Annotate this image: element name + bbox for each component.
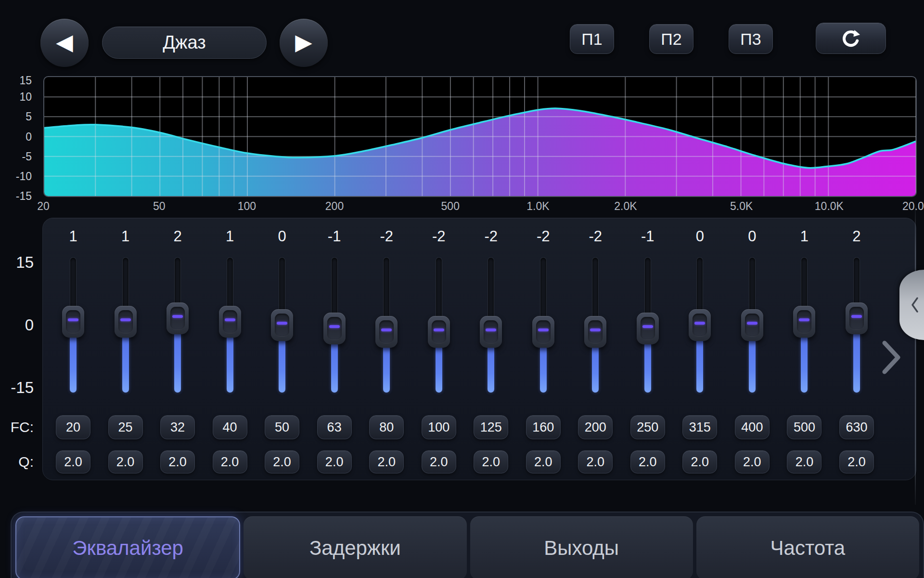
- band-slider-thumb[interactable]: [375, 316, 398, 348]
- reset-button[interactable]: [816, 23, 886, 54]
- band-q-chip[interactable]: 2.0: [839, 450, 874, 473]
- band-gain-value: 2: [152, 226, 204, 247]
- band-q-chip[interactable]: 2.0: [369, 450, 404, 473]
- eq-band-6: -1632.0: [308, 226, 360, 482]
- band-q-chip[interactable]: 2.0: [474, 450, 508, 473]
- band-slider-thumb[interactable]: [115, 306, 137, 338]
- band-q-chip[interactable]: 2.0: [578, 450, 613, 473]
- preset-memory-button-1[interactable]: П1: [570, 24, 614, 54]
- band-slider-fill: [540, 345, 547, 393]
- tab-frequency[interactable]: Частота: [696, 516, 919, 578]
- band-slider-fill: [436, 345, 442, 393]
- freq-tick-label: 20.0K: [890, 200, 924, 212]
- bottom-tab-bar: ЭквалайзерЗадержкиВыходыЧастота: [11, 512, 924, 578]
- eq-band-8: -21002.0: [413, 226, 465, 482]
- band-fc-chip[interactable]: 20: [56, 415, 90, 439]
- band-slider-thumb[interactable]: [532, 316, 554, 348]
- freq-tick-label: 100: [220, 200, 273, 212]
- band-q-chip[interactable]: 2.0: [160, 450, 195, 473]
- thumb-inset: [66, 310, 80, 333]
- band-q-chip[interactable]: 2.0: [682, 450, 717, 473]
- band-q-chip[interactable]: 2.0: [108, 450, 143, 473]
- band-q-chip[interactable]: 2.0: [630, 450, 665, 473]
- band-slider-thumb[interactable]: [689, 309, 711, 341]
- preset-name-display[interactable]: Джаз: [102, 26, 267, 59]
- eq-band-11: -22002.0: [569, 226, 621, 482]
- q-row-label: Q:: [0, 453, 34, 471]
- band-fc-chip[interactable]: 25: [108, 415, 143, 439]
- freq-tick-label: 5.0K: [715, 200, 768, 212]
- thumb-inset: [275, 314, 289, 337]
- thumb-dash-icon: [225, 318, 235, 321]
- tab-delays[interactable]: Задержки: [244, 516, 466, 578]
- band-q-chip[interactable]: 2.0: [526, 450, 561, 473]
- band-slider-fill: [70, 335, 77, 393]
- thumb-inset: [745, 314, 759, 337]
- band-fc-chip[interactable]: 200: [578, 415, 613, 439]
- band-fc-chip[interactable]: 32: [160, 415, 195, 439]
- thumb-dash-icon: [642, 325, 653, 328]
- eq-band-1: 1202.0: [47, 226, 99, 482]
- thumb-dash-icon: [486, 328, 496, 331]
- preset-name-label: Джаз: [163, 32, 205, 53]
- band-slider-thumb[interactable]: [167, 302, 189, 334]
- tab-equalizer[interactable]: Эквалайзер: [15, 516, 240, 578]
- tab-outputs[interactable]: Выходы: [470, 516, 693, 578]
- band-slider-fill: [279, 338, 285, 393]
- refresh-icon: [841, 28, 861, 49]
- band-slider-thumb[interactable]: [741, 309, 763, 341]
- band-gain-value: -2: [517, 226, 569, 247]
- thumb-dash-icon: [68, 318, 78, 321]
- band-slider-thumb[interactable]: [793, 306, 815, 338]
- band-q-chip[interactable]: 2.0: [56, 450, 90, 473]
- band-gain-value: 0: [674, 226, 726, 247]
- band-fc-chip[interactable]: 630: [839, 415, 874, 439]
- db-tick-label: 5: [3, 110, 32, 123]
- eq-band-10: -21602.0: [517, 226, 569, 482]
- band-fc-chip[interactable]: 315: [682, 415, 717, 439]
- band-slider-fill: [174, 331, 181, 393]
- band-q-chip[interactable]: 2.0: [265, 450, 299, 473]
- band-slider-fill: [488, 345, 494, 393]
- db-tick-label: -10: [3, 170, 32, 183]
- eq-band-14: 04002.0: [726, 226, 778, 482]
- band-slider-thumb[interactable]: [480, 316, 502, 348]
- freq-tick-label: 20: [17, 200, 70, 212]
- side-drawer-handle[interactable]: [899, 270, 924, 340]
- band-slider-thumb[interactable]: [637, 313, 659, 344]
- thumb-inset: [536, 320, 551, 343]
- band-slider-thumb[interactable]: [62, 306, 84, 338]
- band-fc-chip[interactable]: 500: [787, 415, 821, 439]
- preset-memory-button-2[interactable]: П2: [649, 24, 693, 54]
- preset-next-button[interactable]: ▶: [280, 19, 328, 67]
- band-q-chip[interactable]: 2.0: [422, 450, 456, 473]
- thumb-dash-icon: [851, 315, 862, 318]
- band-slider-fill: [592, 345, 599, 393]
- band-fc-chip[interactable]: 250: [630, 415, 665, 439]
- band-fc-chip[interactable]: 160: [526, 415, 561, 439]
- band-q-chip[interactable]: 2.0: [735, 450, 770, 473]
- band-q-chip[interactable]: 2.0: [787, 450, 821, 473]
- preset-prev-button[interactable]: ◀: [40, 19, 89, 67]
- band-slider-thumb[interactable]: [271, 309, 293, 341]
- band-slider-thumb[interactable]: [846, 302, 868, 334]
- band-fc-chip[interactable]: 400: [735, 415, 770, 439]
- preset-memory-button-3[interactable]: П3: [729, 24, 773, 54]
- scroll-bands-right-button[interactable]: [880, 339, 904, 378]
- band-q-chip[interactable]: 2.0: [213, 450, 247, 473]
- band-fc-chip[interactable]: 40: [213, 415, 247, 439]
- band-q-chip[interactable]: 2.0: [317, 450, 352, 473]
- band-fc-chip[interactable]: 100: [422, 415, 456, 439]
- band-slider-thumb[interactable]: [323, 313, 346, 344]
- band-slider-thumb[interactable]: [584, 316, 606, 348]
- gain-scale-zero-label: 0: [0, 316, 34, 334]
- band-fc-chip[interactable]: 63: [317, 415, 352, 439]
- band-fc-chip[interactable]: 50: [265, 415, 299, 439]
- band-slider-thumb[interactable]: [219, 306, 241, 338]
- band-fc-chip[interactable]: 125: [474, 415, 508, 439]
- eq-band-3: 2322.0: [152, 226, 204, 482]
- band-slider-thumb[interactable]: [428, 316, 450, 348]
- thumb-dash-icon: [799, 318, 809, 321]
- freq-tick-label: 10.0K: [803, 200, 856, 212]
- band-fc-chip[interactable]: 80: [369, 415, 404, 439]
